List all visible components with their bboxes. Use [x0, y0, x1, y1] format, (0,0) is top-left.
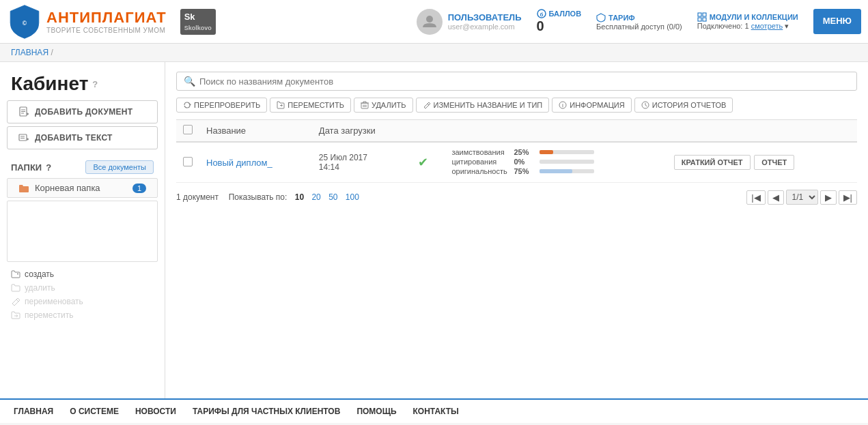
row-actions-cell: КРАТКИЙ ОТЧЕТ ОТЧЕТ — [666, 142, 857, 183]
select-all-checkbox[interactable] — [183, 125, 193, 134]
col-actions-header — [666, 120, 857, 143]
footer-help[interactable]: ПОМОЩЬ — [356, 407, 396, 416]
search-bar: 🔍 — [176, 72, 857, 91]
recheck-button[interactable]: ПЕРЕПРОВЕРИТЬ — [176, 98, 267, 113]
report-button[interactable]: ОТЧЕТ — [754, 155, 794, 170]
modules-label: МОДУЛИ И КОЛЛЕКЦИИ — [697, 12, 798, 22]
svg-text:i: i — [562, 103, 563, 108]
borrowing-bar-fill — [540, 150, 553, 154]
svg-rect-4 — [698, 13, 701, 16]
user-info: ПОЛЬЗОВАТЕЛЬ user@example.com — [448, 12, 522, 31]
borrowing-label: заимствования — [451, 148, 509, 156]
last-page-button[interactable]: ▶| — [839, 190, 857, 205]
header-user-section: ПОЛЬЗОВАТЕЛЬ user@example.com б БАЛЛОВ 0… — [417, 9, 861, 35]
breadcrumb-separator: / — [51, 48, 53, 57]
per-page-20[interactable]: 20 — [311, 192, 320, 202]
footer-home[interactable]: ГЛАВНАЯ — [14, 407, 53, 416]
delete-folder-button: удалить — [11, 281, 154, 295]
user-email: user@example.com — [448, 23, 522, 31]
move-icon — [11, 311, 20, 319]
svg-rect-7 — [703, 18, 706, 21]
search-input[interactable] — [199, 76, 850, 87]
move-icon — [277, 101, 285, 109]
tariff-value: Бесплатный доступ (0/0) — [596, 23, 682, 31]
logo-shield-icon: © — [7, 4, 42, 40]
move-button[interactable]: ПЕРЕМЕСТИТЬ — [270, 98, 351, 113]
delete-button[interactable]: УДАЛИТЬ — [354, 98, 413, 113]
document-table-wrapper: Название Дата загрузки Новый диплом_ — [176, 119, 857, 183]
header-points: б БАЛЛОВ 0 — [537, 9, 582, 34]
prev-page-button[interactable]: ◀ — [768, 190, 784, 205]
header-tariff: ТАРИФ Бесплатный доступ (0/0) — [596, 13, 682, 31]
header: © АНТИПЛАГИАТ ТВОРИТЕ СОБСТВЕННЫМ УМОМ S… — [0, 0, 868, 44]
pagination-row: 1 документ Показывать по: 10 20 50 100 |… — [176, 183, 857, 207]
root-folder-item[interactable]: Корневая папка 1 — [7, 178, 158, 198]
help-icon[interactable]: ? — [92, 79, 98, 89]
folders-help-icon[interactable]: ? — [46, 162, 51, 173]
originality-value: 75% — [514, 167, 535, 175]
per-page-10[interactable]: 10 — [295, 192, 304, 202]
footer-news[interactable]: НОВОСТИ — [135, 407, 176, 416]
per-page-section: 1 документ Показывать по: 10 20 50 100 — [176, 192, 359, 202]
show-label: Показывать по: — [229, 192, 288, 202]
logo-subtitle: ТВОРИТЕ СОБСТВЕННЫМ УМОМ — [46, 27, 167, 34]
folder-delete-icon — [11, 284, 20, 292]
next-page-button[interactable]: ▶ — [820, 190, 837, 205]
rename-button[interactable]: ИЗМЕНИТЬ НАЗВАНИЕ И ТИП — [416, 98, 550, 113]
header-modules: МОДУЛИ И КОЛЛЕКЦИИ Подключено: 1 смотрет… — [697, 12, 798, 31]
breadcrumb-home[interactable]: ГЛАВНАЯ — [11, 48, 48, 57]
history-button[interactable]: ИСТОРИЯ ОТЧЕТОВ — [634, 98, 733, 113]
skolkovo-badge: Sk Skolkovo — [180, 9, 216, 35]
document-name[interactable]: Новый диплом_ — [206, 158, 272, 168]
select-all-header — [176, 120, 199, 143]
borrowing-value: 25% — [514, 148, 535, 156]
content-area: 🔍 ПЕРЕПРОВЕРИТЬ ПЕРЕМЕСТИТЬ УДАЛИТЬ ИЗМЕ… — [165, 62, 868, 398]
logo-block: © АНТИПЛАГИАТ ТВОРИТЕ СОБСТВЕННЫМ УМОМ — [7, 4, 167, 40]
create-folder-button[interactable]: создать — [11, 267, 154, 281]
citation-label: цитирования — [451, 158, 509, 166]
history-icon — [641, 101, 649, 109]
per-page-50[interactable]: 50 — [328, 192, 337, 202]
all-documents-button[interactable]: Все документы — [85, 160, 154, 174]
move-folder-button: переместить — [11, 308, 154, 322]
col-stats-header — [445, 120, 665, 143]
root-folder-label: Корневая папка — [35, 183, 100, 193]
folder-create-icon — [11, 270, 20, 278]
page-nav: |◀ ◀ 1/1 ▶ ▶| — [746, 190, 857, 205]
status-check-icon: ✔ — [418, 156, 428, 169]
short-report-button[interactable]: КРАТКИЙ ОТЧЕТ — [674, 155, 751, 170]
pencil-icon — [11, 297, 20, 306]
add-text-button[interactable]: ДОБАВИТЬ ТЕКСТ — [7, 126, 158, 149]
svg-text:б: б — [540, 12, 543, 18]
row-name-cell: Новый диплом_ — [199, 142, 312, 183]
svg-rect-6 — [698, 18, 701, 21]
document-table: Название Дата загрузки Новый диплом_ — [176, 119, 857, 183]
row-status-cell: ✔ — [411, 142, 445, 183]
info-button[interactable]: i ИНФОРМАЦИЯ — [552, 98, 631, 113]
col-date-header: Дата загрузки — [312, 120, 411, 143]
user-avatar-block[interactable]: ПОЛЬЗОВАТЕЛЬ user@example.com — [417, 9, 522, 35]
rename-folder-button: переименовать — [11, 295, 154, 308]
add-document-button[interactable]: ДОБАВИТЬ ДОКУМЕНТ — [7, 100, 158, 123]
toolbar: ПЕРЕПРОВЕРИТЬ ПЕРЕМЕСТИТЬ УДАЛИТЬ ИЗМЕНИ… — [176, 98, 857, 113]
footer-about[interactable]: О СИСТЕМЕ — [70, 407, 119, 416]
folder-actions: создать удалить переименовать — [0, 262, 165, 322]
footer-tariffs[interactable]: ТАРИФЫ ДЛЯ ЧАСТНЫХ КЛИЕНТОВ — [193, 407, 340, 416]
points-value: 0 — [537, 18, 544, 34]
menu-button[interactable]: МЕНЮ — [813, 9, 861, 34]
folder-count: 1 — [132, 184, 146, 193]
modules-link[interactable]: смотреть — [751, 22, 783, 30]
footer-contacts[interactable]: КОНТАКТЫ — [413, 407, 459, 416]
modules-value: Подключено: 1 смотреть ▾ — [697, 22, 789, 31]
row-checkbox-cell — [176, 142, 199, 183]
col-name-header: Название — [199, 120, 312, 143]
points-label: б БАЛЛОВ — [537, 9, 582, 18]
sidebar: Кабинет ? ДОБАВИТЬ ДОКУМЕНТ ДОБАВ — [0, 62, 165, 398]
row-checkbox[interactable] — [183, 157, 193, 166]
delete-icon — [361, 101, 369, 109]
per-page-100[interactable]: 100 — [346, 192, 359, 202]
page-select[interactable]: 1/1 — [786, 190, 818, 205]
first-page-button[interactable]: |◀ — [746, 190, 765, 205]
doc-count: 1 документ — [176, 192, 219, 202]
recheck-icon — [183, 101, 191, 109]
